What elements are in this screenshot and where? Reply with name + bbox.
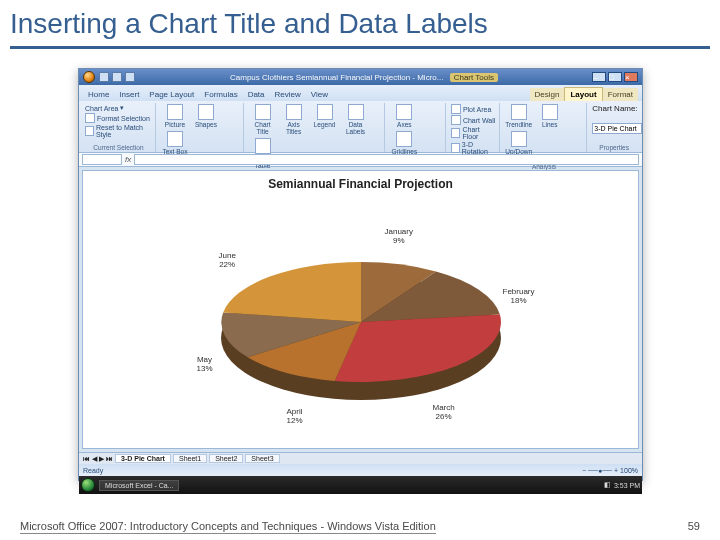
- pie-chart[interactable]: January9% February18% March26% April12% …: [201, 226, 521, 426]
- slice-june[interactable]: [223, 262, 361, 322]
- rotation-button[interactable]: 3-D Rotation: [451, 141, 496, 155]
- reset-style-button[interactable]: Reset to Match Style: [85, 124, 152, 138]
- name-box[interactable]: [82, 154, 122, 165]
- chart-title-button[interactable]: Chart Title: [249, 104, 277, 135]
- trendline-button[interactable]: Trendline: [505, 104, 533, 128]
- legend-button[interactable]: Legend: [311, 104, 339, 128]
- group-label-current-selection: Current Selection: [85, 143, 152, 151]
- format-selection-button[interactable]: Format Selection: [85, 113, 152, 123]
- formula-bar: fx: [79, 153, 642, 167]
- fx-icon[interactable]: fx: [125, 155, 131, 164]
- plot-area-button[interactable]: Plot Area: [451, 104, 496, 114]
- formula-input[interactable]: [134, 154, 639, 165]
- tab-data[interactable]: Data: [243, 88, 270, 101]
- tab-view[interactable]: View: [306, 88, 333, 101]
- chart-area[interactable]: Semiannual Financial Projection Janua: [82, 170, 639, 449]
- chart-wall-button[interactable]: Chart Wall: [451, 115, 496, 125]
- picture-button[interactable]: Picture: [161, 104, 189, 128]
- chart-name-label: Chart Name:: [592, 104, 637, 122]
- chart-title-icon: [255, 104, 271, 120]
- sheet-nav-next-icon[interactable]: ▶: [99, 455, 104, 463]
- zoom-out-icon[interactable]: −: [582, 467, 586, 474]
- minimize-button[interactable]: –: [592, 72, 606, 82]
- chart-title[interactable]: Semiannual Financial Projection: [83, 171, 638, 191]
- excel-window: Campus Clothiers Semiannual Financial Pr…: [78, 68, 643, 481]
- titlebar: Campus Clothiers Semiannual Financial Pr…: [79, 69, 642, 85]
- close-button[interactable]: ×: [624, 72, 638, 82]
- window-title: Campus Clothiers Semiannual Financial Pr…: [138, 73, 590, 82]
- qat-redo-icon[interactable]: [125, 72, 135, 82]
- axes-icon: [396, 104, 412, 120]
- sheet-tab-2[interactable]: Sheet2: [209, 454, 243, 463]
- group-current-selection: Chart Area ▾ Format Selection Reset to M…: [82, 103, 156, 152]
- legend-icon: [317, 104, 333, 120]
- group-axes: Axes Gridlines Axes: [387, 103, 446, 152]
- zoom-level[interactable]: 100%: [620, 467, 638, 474]
- group-insert: Picture Shapes Text Box Insert: [158, 103, 244, 152]
- sheet-tab-bar: ⏮ ◀ ▶ ⏭ 3-D Pie Chart Sheet1 Sheet2 Shee…: [79, 452, 642, 464]
- pie-svg: [201, 226, 521, 426]
- tab-chart-format[interactable]: Format: [603, 88, 638, 101]
- ribbon: Chart Area ▾ Format Selection Reset to M…: [79, 101, 642, 153]
- chart-floor-icon: [451, 128, 461, 138]
- data-labels-icon: [348, 104, 364, 120]
- tab-chart-design[interactable]: Design: [530, 88, 565, 101]
- status-ready: Ready: [83, 467, 103, 474]
- tab-home[interactable]: Home: [83, 88, 114, 101]
- data-labels-button[interactable]: Data Labels: [342, 104, 370, 135]
- plot-area-icon: [451, 104, 461, 114]
- gridlines-icon: [396, 131, 412, 147]
- qat-save-icon[interactable]: [99, 72, 109, 82]
- group-properties: Chart Name: Properties: [589, 103, 639, 152]
- tab-formulas[interactable]: Formulas: [199, 88, 242, 101]
- data-label-may[interactable]: May13%: [197, 356, 213, 374]
- tray-clock[interactable]: 3:53 PM: [614, 482, 640, 489]
- data-table-icon: [255, 138, 271, 154]
- tray-icon[interactable]: ◧: [604, 481, 611, 489]
- chart-element-dropdown[interactable]: Chart Area ▾: [85, 104, 152, 112]
- data-label-march[interactable]: March26%: [433, 404, 455, 422]
- group-labels: Chart Title Axis Titles Legend Data Labe…: [246, 103, 386, 152]
- data-label-april[interactable]: April12%: [287, 408, 303, 426]
- group-analysis: Trendline Lines Up/Down Bars Analysis: [502, 103, 588, 152]
- start-orb-icon[interactable]: [81, 478, 95, 492]
- data-label-january[interactable]: January9%: [385, 228, 413, 246]
- sheet-nav-first-icon[interactable]: ⏮: [83, 455, 90, 462]
- tab-page-layout[interactable]: Page Layout: [144, 88, 199, 101]
- axes-button[interactable]: Axes: [390, 104, 418, 128]
- shapes-button[interactable]: Shapes: [192, 104, 220, 128]
- rotation-icon: [451, 143, 460, 153]
- sheet-tab-pie[interactable]: 3-D Pie Chart: [115, 454, 171, 463]
- slide-title: Inserting a Chart Title and Data Labels: [0, 0, 720, 46]
- maximize-button[interactable]: □: [608, 72, 622, 82]
- gridlines-button[interactable]: Gridlines: [390, 131, 418, 155]
- lines-button[interactable]: Lines: [536, 104, 564, 128]
- footer-text: Microsoft Office 2007: Introductory Conc…: [20, 520, 436, 534]
- sheet-tab-1[interactable]: Sheet1: [173, 454, 207, 463]
- status-bar: Ready − ──●── + 100%: [79, 464, 642, 476]
- tab-chart-layout[interactable]: Layout: [564, 87, 602, 101]
- axis-titles-icon: [286, 104, 302, 120]
- data-label-june[interactable]: June22%: [219, 252, 236, 270]
- sheet-nav-prev-icon[interactable]: ◀: [92, 455, 97, 463]
- picture-icon: [167, 104, 183, 120]
- qat-undo-icon[interactable]: [112, 72, 122, 82]
- axis-titles-button[interactable]: Axis Titles: [280, 104, 308, 135]
- taskbar: Microsoft Excel - Ca... ◧ 3:53 PM: [79, 476, 642, 494]
- sheet-nav-last-icon[interactable]: ⏭: [106, 455, 113, 462]
- chart-name-input[interactable]: [592, 123, 642, 134]
- sheet-tab-3[interactable]: Sheet3: [245, 454, 279, 463]
- group-background: Plot Area Chart Wall Chart Floor 3-D Rot…: [448, 103, 500, 152]
- textbox-button[interactable]: Text Box: [161, 131, 189, 155]
- tab-review[interactable]: Review: [270, 88, 306, 101]
- chart-floor-button[interactable]: Chart Floor: [451, 126, 496, 140]
- slide-footer: Microsoft Office 2007: Introductory Conc…: [0, 520, 720, 534]
- page-number: 59: [688, 520, 700, 534]
- zoom-in-icon[interactable]: +: [614, 467, 618, 474]
- tab-insert[interactable]: Insert: [114, 88, 144, 101]
- office-orb-icon[interactable]: [83, 71, 95, 83]
- taskbar-excel-button[interactable]: Microsoft Excel - Ca...: [99, 480, 179, 491]
- data-label-february[interactable]: February18%: [503, 288, 535, 306]
- zoom-slider[interactable]: ──●──: [588, 467, 612, 474]
- ribbon-tabs: Home Insert Page Layout Formulas Data Re…: [79, 85, 642, 101]
